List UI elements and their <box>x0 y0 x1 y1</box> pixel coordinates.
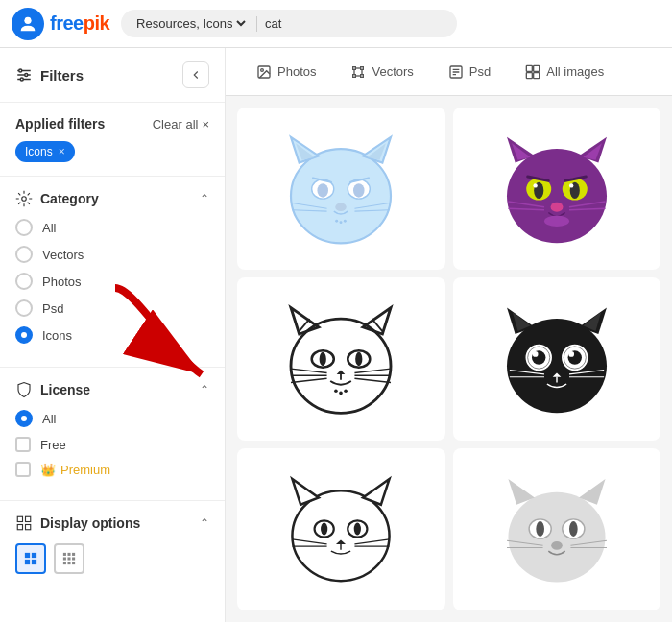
cat-image-1: .c1{fill:none;stroke:#9ec8f0;stroke-widt… <box>269 127 413 251</box>
search-divider <box>256 16 257 32</box>
svg-point-10 <box>22 197 27 202</box>
license-option-premium[interactable]: 👑 Premium <box>15 462 209 477</box>
image-card-3[interactable] <box>237 277 445 440</box>
cat-image-3 <box>269 297 413 421</box>
svg-rect-35 <box>527 65 533 71</box>
category-icon <box>15 190 33 207</box>
category-psd-label: Psd <box>42 301 63 316</box>
svg-point-133 <box>536 521 544 537</box>
svg-point-121 <box>321 523 327 536</box>
svg-rect-13 <box>17 525 22 530</box>
search-bar[interactable]: Resources, Icons Resources Photos Vector… <box>121 10 457 37</box>
search-input[interactable] <box>265 16 445 31</box>
display-view-buttons <box>15 543 209 574</box>
all-images-tab-icon <box>525 64 540 80</box>
svg-line-88 <box>355 369 392 372</box>
grid-small-icon <box>62 552 76 565</box>
applied-filters-header: Applied filters Clear all × <box>15 116 209 132</box>
svg-point-96 <box>507 319 607 413</box>
crown-icon: 👑 <box>40 463 56 477</box>
image-card-4[interactable] <box>453 277 661 440</box>
svg-point-68 <box>569 183 573 187</box>
checkbox-free <box>15 437 31 452</box>
clear-all-button[interactable]: Clear all × <box>153 117 209 132</box>
svg-rect-26 <box>67 562 70 564</box>
svg-point-95 <box>345 389 348 393</box>
svg-rect-12 <box>26 516 31 521</box>
category-toggle-icon: ⌃ <box>200 192 209 205</box>
svg-point-82 <box>320 352 326 366</box>
svg-rect-17 <box>25 560 30 564</box>
svg-rect-15 <box>25 553 30 558</box>
svg-point-2 <box>31 17 34 20</box>
radio-icons <box>15 326 33 344</box>
display-options-label: Display options <box>40 515 140 531</box>
vector-tab-icon <box>350 64 366 80</box>
psd-tab-icon <box>448 64 464 80</box>
svg-point-6 <box>19 69 22 72</box>
svg-point-135 <box>551 541 563 550</box>
svg-point-46 <box>318 183 329 197</box>
tab-all-images[interactable]: All images <box>510 57 619 87</box>
cat-image-4 <box>485 297 629 421</box>
category-option-psd[interactable]: Psd <box>15 299 209 317</box>
tab-photos[interactable]: Photos <box>241 57 331 87</box>
category-title: Category <box>15 190 99 207</box>
logo-icon <box>12 8 44 40</box>
tab-psd[interactable]: Psd <box>433 57 506 87</box>
license-option-all[interactable]: All <box>15 410 209 427</box>
display-options-icon <box>15 514 33 532</box>
sidebar-collapse-button[interactable] <box>182 61 209 88</box>
radio-license-all <box>15 410 33 427</box>
clear-all-label: Clear all <box>153 117 199 132</box>
filter-tag-remove[interactable]: × <box>59 145 65 158</box>
filter-tag-label: Icons <box>25 145 53 158</box>
display-options-header[interactable]: Display options ⌃ <box>15 514 209 532</box>
image-card-1[interactable]: .c1{fill:none;stroke:#9ec8f0;stroke-widt… <box>237 108 445 270</box>
svg-point-83 <box>355 352 362 366</box>
svg-point-58 <box>507 149 607 243</box>
svg-point-71 <box>550 202 563 211</box>
image-card-5[interactable] <box>237 448 445 610</box>
category-section-header[interactable]: Category ⌃ <box>15 190 209 207</box>
filters-label: Filters <box>40 67 84 84</box>
svg-point-8 <box>20 78 23 81</box>
svg-rect-22 <box>63 557 66 560</box>
category-option-photos[interactable]: Photos <box>15 273 209 290</box>
applied-filters-title: Applied filters <box>15 116 105 132</box>
svg-point-128 <box>508 492 605 583</box>
svg-rect-24 <box>72 557 75 560</box>
svg-line-124 <box>293 539 327 544</box>
license-option-free[interactable]: Free <box>15 437 209 452</box>
svg-rect-16 <box>32 553 36 558</box>
image-card-6[interactable] <box>453 448 661 610</box>
main-layout: Filters Applied filters Clear all × Icon… <box>0 48 672 622</box>
svg-point-106 <box>568 351 574 357</box>
radio-all <box>15 219 33 236</box>
svg-line-85 <box>291 369 327 372</box>
svg-rect-21 <box>72 553 75 556</box>
photos-tab-label: Photos <box>277 64 316 79</box>
photo-tab-icon <box>256 64 272 80</box>
svg-point-116 <box>293 491 390 582</box>
svg-point-94 <box>339 392 343 395</box>
license-section-header[interactable]: License ⌃ <box>15 381 209 398</box>
svg-point-76 <box>544 215 569 227</box>
category-label: Category <box>40 191 99 206</box>
svg-point-50 <box>335 203 347 211</box>
filters-icon <box>15 66 33 84</box>
radio-vectors <box>15 246 33 263</box>
grid-large-button[interactable] <box>15 543 46 574</box>
grid-small-button[interactable] <box>54 543 84 574</box>
category-option-icons[interactable]: Icons <box>15 326 209 344</box>
filter-tag-icons: Icons × <box>15 141 75 162</box>
category-option-all[interactable]: All <box>15 219 209 236</box>
category-option-vectors[interactable]: Vectors <box>15 246 209 263</box>
category-vectors-label: Vectors <box>42 248 84 262</box>
image-card-2[interactable] <box>453 108 661 270</box>
resource-type-select[interactable]: Resources, Icons Resources Photos Vector… <box>132 15 249 32</box>
tab-vectors[interactable]: Vectors <box>335 57 428 87</box>
license-section: License ⌃ All Free 👑 Premium <box>0 368 225 501</box>
tab-bar: Photos Vectors <box>226 48 672 96</box>
svg-point-0 <box>24 16 31 23</box>
